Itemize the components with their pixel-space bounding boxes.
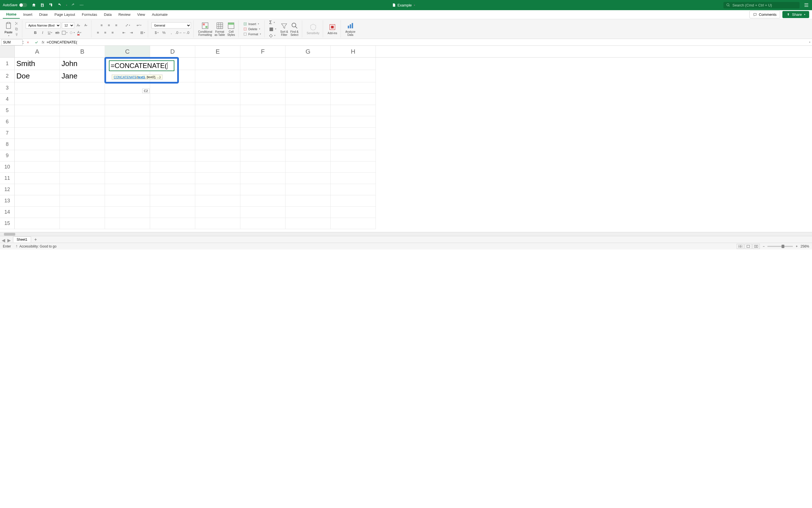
tab-review[interactable]: Review <box>115 11 134 18</box>
cell-e2[interactable] <box>195 70 240 82</box>
expand-formula-bar-icon[interactable]: ▾ <box>809 41 810 43</box>
save-as-icon[interactable] <box>49 3 53 7</box>
clear-button[interactable]: ◇▾ <box>268 33 277 38</box>
row-header-1[interactable]: 1 <box>0 57 15 70</box>
cell-a11[interactable] <box>15 173 60 184</box>
autosum-button[interactable]: Σ▾ <box>268 20 277 26</box>
cell-g10[interactable] <box>285 161 331 173</box>
cell-f1[interactable] <box>240 57 285 70</box>
cell-g11[interactable] <box>285 173 331 184</box>
number-format-select[interactable]: General <box>151 22 191 29</box>
cell-e12[interactable] <box>195 184 240 195</box>
cell-styles-button[interactable]: Cell Styles <box>226 21 236 37</box>
row-header-3[interactable]: 3 <box>0 82 15 94</box>
cell-g8[interactable] <box>285 139 331 150</box>
cell-c7[interactable] <box>105 128 150 139</box>
tab-automate[interactable]: Automate <box>148 11 171 18</box>
cell-h13[interactable] <box>331 195 376 207</box>
align-top-button[interactable]: ≡ <box>98 22 105 29</box>
cell-b1[interactable]: John <box>60 57 105 70</box>
tooltip-fn[interactable]: CONCATENATE <box>114 75 137 79</box>
cell-b14[interactable] <box>60 207 105 218</box>
cell-f13[interactable] <box>240 195 285 207</box>
currency-button[interactable]: $▾ <box>153 30 160 36</box>
cell-g9[interactable] <box>285 150 331 161</box>
cell-c10[interactable] <box>105 161 150 173</box>
accessibility-status[interactable]: Accessibility: Good to go <box>15 244 56 248</box>
cell-a12[interactable] <box>15 184 60 195</box>
cell-a8[interactable] <box>15 139 60 150</box>
tooltip-arg1[interactable]: text1 <box>138 75 145 79</box>
redo-icon[interactable] <box>71 3 76 7</box>
cell-e9[interactable] <box>195 150 240 161</box>
font-name-select[interactable]: Aptos Narrow (Bod... <box>26 22 61 29</box>
copy-button[interactable] <box>13 27 20 32</box>
undo-chevron-icon[interactable]: ▾ <box>66 4 67 6</box>
tab-insert[interactable]: Insert <box>20 11 36 18</box>
decrease-font-button[interactable]: A▾ <box>83 22 89 29</box>
tab-view[interactable]: View <box>134 11 148 18</box>
share-chevron-icon[interactable]: ▾ <box>804 13 805 16</box>
cell-b6[interactable] <box>60 116 105 128</box>
fill-color-button[interactable]: ▾ <box>69 30 75 36</box>
cell-e10[interactable] <box>195 161 240 173</box>
cell-a2[interactable]: Doe <box>15 70 60 82</box>
decrease-indent-button[interactable]: ⇤ <box>121 30 127 36</box>
cell-f14[interactable] <box>240 207 285 218</box>
comma-button[interactable]: , <box>168 30 174 36</box>
autosave-toggle[interactable]: AutoSave <box>3 3 27 7</box>
cell-c4[interactable] <box>105 94 150 105</box>
cell-d9[interactable] <box>150 150 195 161</box>
zoom-out-button[interactable]: − <box>763 244 765 248</box>
row-header-13[interactable]: 13 <box>0 195 15 207</box>
cell-c11[interactable] <box>105 173 150 184</box>
cell-d4[interactable] <box>150 94 195 105</box>
cell-a13[interactable] <box>15 195 60 207</box>
cell-c5[interactable] <box>105 105 150 116</box>
insert-cells-button[interactable]: Insert▾ <box>242 22 262 26</box>
formula-tooltip[interactable]: CONCATENATE(text1, [text2], ...) <box>112 75 163 80</box>
cell-c14[interactable] <box>105 207 150 218</box>
page-layout-view-button[interactable] <box>745 244 752 249</box>
cell-c12[interactable] <box>105 184 150 195</box>
col-header-h[interactable]: H <box>331 46 376 57</box>
cell-f6[interactable] <box>240 116 285 128</box>
format-cells-button[interactable]: Format▾ <box>242 32 262 36</box>
cell-a10[interactable] <box>15 161 60 173</box>
col-header-f[interactable]: F <box>240 46 285 57</box>
cell-d11[interactable] <box>150 173 195 184</box>
cell-g5[interactable] <box>285 105 331 116</box>
cell-f10[interactable] <box>240 161 285 173</box>
fx-label[interactable]: fx <box>42 40 44 44</box>
paste-button[interactable]: Paste ▾ <box>4 21 12 37</box>
col-header-g[interactable]: G <box>285 46 331 57</box>
orientation-button[interactable]: ⤢▾ <box>125 22 131 29</box>
row-header-8[interactable]: 8 <box>0 139 15 150</box>
tab-home[interactable]: Home <box>3 10 20 18</box>
sheet-nav-next[interactable]: ▶ <box>7 238 11 242</box>
cell-e3[interactable] <box>195 82 240 94</box>
merge-button[interactable]: ⊞▾ <box>139 30 146 36</box>
cell-c13[interactable] <box>105 195 150 207</box>
normal-view-button[interactable] <box>737 244 744 249</box>
save-icon[interactable] <box>40 3 45 7</box>
cell-a3[interactable] <box>15 82 60 94</box>
cell-h11[interactable] <box>331 173 376 184</box>
doc-chevron-icon[interactable]: ▾ <box>414 4 415 6</box>
row-header-6[interactable]: 6 <box>0 116 15 128</box>
cell-e11[interactable] <box>195 173 240 184</box>
cell-d8[interactable] <box>150 139 195 150</box>
cell-g14[interactable] <box>285 207 331 218</box>
tab-draw[interactable]: Draw <box>36 11 51 18</box>
tab-page-layout[interactable]: Page Layout <box>51 11 79 18</box>
cell-b9[interactable] <box>60 150 105 161</box>
cell-g15[interactable] <box>285 218 331 229</box>
cancel-formula-button[interactable] <box>25 39 31 45</box>
horizontal-scrollbar[interactable] <box>0 232 812 236</box>
align-left-button[interactable]: ≡ <box>95 30 101 36</box>
more-icon[interactable]: ⋯ <box>80 3 84 7</box>
zoom-level[interactable]: 256% <box>801 244 809 248</box>
cell-c8[interactable] <box>105 139 150 150</box>
cell-h2[interactable] <box>331 70 376 82</box>
addins-button[interactable]: Add-ins <box>326 23 338 35</box>
